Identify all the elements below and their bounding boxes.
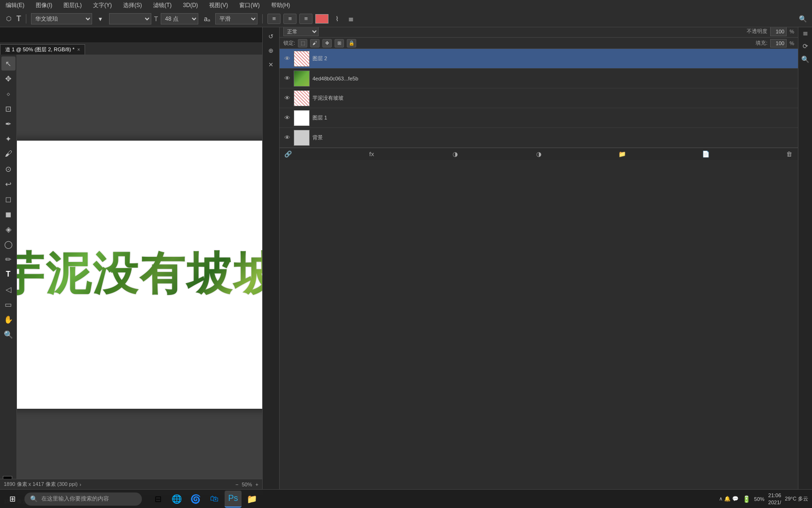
search-btn[interactable]: 🔍 — [797, 13, 808, 24]
layer-item-2[interactable]: 👁 图层 2 — [280, 49, 798, 69]
canvas-document[interactable]: 芋泥没有坡坡 — [17, 141, 262, 409]
tool-eraser[interactable]: ◻ — [1, 192, 16, 206]
blend-mode-select[interactable]: 正常 — [283, 27, 319, 36]
tool-dodge[interactable]: ◯ — [1, 237, 16, 251]
taskbar-edge[interactable]: 🌐 — [168, 491, 185, 508]
layer-bg-visibility[interactable]: 👁 — [283, 134, 291, 142]
tool-path-select[interactable]: ◁ — [1, 282, 16, 296]
fill-input[interactable] — [770, 39, 787, 48]
taskbar-store[interactable]: 🛍 — [206, 491, 223, 508]
font-family-select[interactable]: 华文琥珀 — [31, 13, 92, 24]
zoom-in-btn[interactable]: + — [256, 482, 258, 487]
tool-move[interactable]: ✥ — [1, 71, 16, 86]
layer-item-green[interactable]: 👁 4ed48b0c063...fe5b — [280, 69, 798, 88]
tool-select[interactable]: ↖ — [1, 56, 16, 71]
layers-fx-btn[interactable]: fx — [367, 150, 376, 159]
layers-list: 👁 图层 2 👁 4ed48b0c063...fe5b 👁 — [280, 49, 798, 148]
lock-pixels-btn[interactable]: 🖌 — [310, 39, 320, 48]
opacity-input[interactable] — [770, 27, 787, 36]
font-size-icon: T — [154, 15, 158, 23]
layers-new-btn[interactable]: 📄 — [701, 150, 710, 159]
font-style-select[interactable] — [109, 13, 151, 24]
toolbar: ⬡ T 华文琥珀 ▾ T 48 点 aₐ 平滑 ≡ ≡ ≡ ⌇ ≣ 🔍 — [0, 10, 812, 27]
align-left-btn[interactable]: ≡ — [267, 14, 281, 24]
tool-hand[interactable]: ✋ — [1, 312, 16, 326]
character-panel-btn[interactable]: ≣ — [345, 13, 357, 24]
text-color-swatch[interactable] — [315, 14, 328, 24]
taskbar-ie[interactable]: 🌀 — [187, 491, 204, 508]
align-center-btn[interactable]: ≡ — [283, 14, 297, 24]
tool-gradient[interactable]: ◼ — [1, 207, 16, 221]
layer-bg-name: 背景 — [312, 134, 794, 141]
taskbar-clock[interactable]: 21:06 2021/ — [768, 492, 781, 506]
taskbar-search-text: 在这里输入你要搜索的内容 — [41, 495, 109, 503]
tool-stamp[interactable]: ⊙ — [1, 162, 16, 176]
lock-position-btn[interactable]: ✥ — [322, 39, 332, 48]
document-tab[interactable]: 道 1 @ 50% (图层 2, RGB/8) * × — [0, 44, 85, 55]
start-button[interactable]: ⊞ — [4, 491, 21, 508]
tool-zoom[interactable]: 🔍 — [1, 327, 16, 341]
layer-2-visibility[interactable]: 👁 — [283, 55, 291, 63]
layer-2-pattern — [294, 51, 309, 66]
panel-search-icon[interactable]: ⊕ — [265, 44, 277, 56]
taskbar: ⊞ 🔍 在这里输入你要搜索的内容 ⊟ 🌐 🌀 🛍 Ps 📁 ∧ 🔔 💬 🔋 50… — [0, 489, 812, 508]
tool-blur[interactable]: ◈ — [1, 222, 16, 236]
align-right-btn[interactable]: ≡ — [299, 14, 312, 24]
taskbar-search[interactable]: 🔍 在这里输入你要搜索的内容 — [24, 492, 142, 506]
right-tool-2[interactable]: ≣ — [800, 27, 811, 39]
menu-layer[interactable]: 图层(L) — [62, 0, 84, 10]
warp-text-btn[interactable]: ⌇ — [331, 13, 343, 24]
layer-1-visibility[interactable]: 👁 — [283, 114, 291, 122]
tool-pen[interactable]: ✏ — [1, 252, 16, 266]
layer-item-bg[interactable]: 👁 背景 — [280, 128, 798, 148]
font-size-select[interactable]: 48 点 — [161, 13, 198, 24]
tool-heal[interactable]: ✦ — [1, 132, 16, 146]
layers-mask-btn[interactable]: ◑ — [451, 150, 460, 159]
taskbar-task-view[interactable]: ⊟ — [149, 491, 166, 508]
anti-alias-btn[interactable]: aₐ — [201, 13, 212, 24]
layers-adjustment-btn[interactable]: ◑ — [534, 150, 543, 159]
lock-all-btn[interactable]: 🔒 — [347, 39, 356, 48]
menu-filter[interactable]: 滤镜(T) — [151, 0, 173, 10]
layer-1-thumbnail — [294, 110, 310, 126]
right-tool-4[interactable]: 🔍 — [800, 54, 811, 65]
menu-text[interactable]: 文字(Y) — [91, 0, 114, 10]
layers-group-btn[interactable]: 📁 — [617, 150, 627, 159]
layer-item-1[interactable]: 👁 图层 1 — [280, 108, 798, 128]
lock-transparent-btn[interactable]: ⬚ — [298, 39, 307, 48]
right-tool-3[interactable]: ⟳ — [800, 40, 811, 52]
canvas-status-arrow[interactable]: › — [79, 482, 81, 487]
menu-image[interactable]: 图像(I) — [34, 0, 54, 10]
panel-extra-icon[interactable]: ✕ — [265, 58, 277, 71]
menu-window[interactable]: 窗口(W) — [237, 0, 261, 10]
tool-eyedropper[interactable]: ✒ — [1, 117, 16, 131]
zoom-out-btn[interactable]: − — [235, 482, 238, 487]
tool-brush[interactable]: 🖌 — [1, 147, 16, 161]
lock-artboard-btn[interactable]: ⊞ — [335, 39, 344, 48]
layer-green-visibility[interactable]: 👁 — [283, 75, 291, 82]
tool-shape[interactable]: ▭ — [1, 297, 16, 311]
tool-history-brush[interactable]: ↩ — [1, 177, 16, 191]
font-family-dropdown[interactable]: ▾ — [95, 13, 106, 24]
layers-link-btn[interactable]: 🔗 — [283, 150, 293, 159]
menu-select[interactable]: 选择(S) — [121, 0, 144, 10]
tool-move-btn[interactable]: ⬡ — [4, 14, 14, 23]
tool-crop[interactable]: ⊡ — [1, 102, 16, 116]
menu-edit[interactable]: 编辑(E) — [4, 0, 26, 10]
layer-text-visibility[interactable]: 👁 — [283, 95, 291, 102]
tool-lasso[interactable]: ⬦ — [1, 87, 16, 101]
menu-3d[interactable]: 3D(D) — [181, 1, 200, 9]
tool-text[interactable]: T — [1, 267, 16, 281]
menu-help[interactable]: 帮助(H) — [269, 0, 292, 10]
taskbar-ps[interactable]: Ps — [225, 491, 242, 508]
menu-view[interactable]: 视图(V) — [207, 0, 230, 10]
panel-history-icon[interactable]: ↺ — [265, 30, 277, 42]
layer-item-text[interactable]: 👁 芋泥没有坡坡 — [280, 88, 798, 108]
layers-delete-btn[interactable]: 🗑 — [785, 150, 794, 159]
anti-alias-select[interactable]: 平滑 — [215, 13, 258, 24]
tab-close-btn[interactable]: × — [78, 47, 80, 52]
right-panel: ⊞ ✦ ↺ ⊕ ✕ 图层 属性 历史记录 通 » ⊞ ≣ ⟳ 🔍 🔍 类型 类型… — [262, 0, 812, 508]
layers-bottom: 🔗 fx ◑ ◑ 📁 📄 🗑 — [280, 148, 798, 160]
canvas-status-bar: 1890 像素 x 1417 像素 (300 ppi) › − 50% + — [0, 479, 262, 489]
taskbar-explorer[interactable]: 📁 — [243, 491, 260, 508]
